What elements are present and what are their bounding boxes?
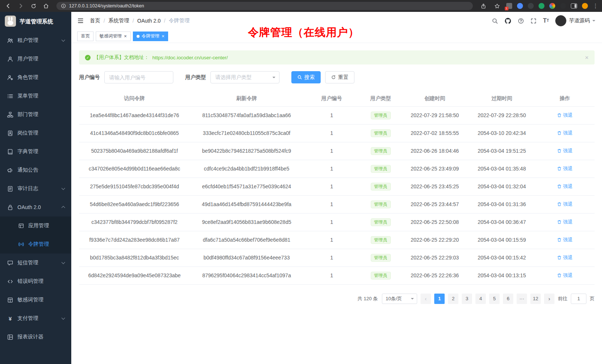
sidebar-item-dept[interactable]: 部门管理: [0, 105, 71, 124]
token-table: 访问令牌 刷新令牌 用户编号 用户类型 创建时间 过期时间 操作 1ea5e44…: [79, 91, 595, 285]
force-logout-button[interactable]: 强退: [557, 148, 573, 154]
reset-button[interactable]: 重置: [325, 71, 354, 83]
user-menu[interactable]: 芋道源码: [555, 15, 595, 26]
tab-home[interactable]: 首页: [77, 32, 94, 41]
github-icon[interactable]: [504, 17, 511, 24]
tab-token[interactable]: 令牌管理 ×: [133, 32, 169, 41]
table-row: b0d1785bc3a8482f812db4a3f3bd15ec b0df498…: [79, 249, 595, 267]
cell-access-token: c347026e805e4d99b0d116eae66eda8c: [79, 160, 190, 178]
cell-refresh-token: 811c530487574fa0af1a59d3abc1aa66: [190, 106, 304, 124]
bookmark-star-icon[interactable]: [493, 1, 501, 10]
page-button-6[interactable]: 6: [503, 294, 513, 304]
sidebar-item-report-designer[interactable]: 报表设计器: [0, 328, 71, 346]
sidebar-item-tenant[interactable]: 租户管理: [0, 31, 71, 50]
page-button-2[interactable]: 2: [448, 294, 458, 304]
table-row: c347026e805e4d99b0d116eae66eda8c cdfc4ce…: [79, 160, 595, 178]
forward-icon[interactable]: [16, 1, 25, 10]
menu-kebab-icon[interactable]: ⋮: [593, 3, 598, 9]
cell-action: 强退: [535, 178, 595, 195]
sidebar-item-oauth2-token[interactable]: 令牌管理: [0, 235, 71, 254]
cell-refresh-token: b0df4980ffd34c67a08f9156e4eee733: [190, 249, 304, 267]
cell-create-time: 2022-07-02 18:55:55: [401, 124, 468, 142]
sidebar-item-payment[interactable]: ¥ 支付管理: [0, 309, 71, 328]
page-button-4[interactable]: 4: [475, 294, 486, 304]
font-size-icon[interactable]: TT: [543, 18, 549, 24]
site-info-icon[interactable]: [61, 3, 66, 9]
close-alert-icon[interactable]: ×: [585, 54, 589, 61]
extension-icon-1[interactable]: 1: [506, 3, 512, 9]
address-bar[interactable]: 127.0.0.1:1024/system/oauth2/token: [56, 2, 473, 10]
close-tab-icon[interactable]: ×: [162, 34, 165, 39]
sidebar-item-error-code[interactable]: 错误码管理: [0, 272, 71, 291]
sidebar-item-post[interactable]: 岗位管理: [0, 124, 71, 142]
cell-create-time: 2022-06-25 22:29:20: [401, 231, 468, 249]
page-ellipsis-button[interactable]: ···: [517, 294, 527, 304]
home-icon[interactable]: [42, 1, 50, 10]
sidebar-item-role[interactable]: 角色管理: [0, 68, 71, 87]
extension-icon-2[interactable]: [517, 3, 523, 9]
share-icon[interactable]: [479, 1, 488, 10]
sidebar-item-user[interactable]: 用户管理: [0, 50, 71, 68]
sidebar-item-dict[interactable]: 字典管理: [0, 142, 71, 161]
goto-page-input[interactable]: [571, 294, 586, 304]
fullscreen-icon[interactable]: [530, 18, 537, 24]
extension-icon-3[interactable]: [528, 3, 534, 9]
force-logout-button[interactable]: 强退: [557, 201, 573, 208]
help-icon[interactable]: [518, 18, 524, 24]
force-logout-button[interactable]: 强退: [557, 219, 573, 225]
breadcrumb-oauth[interactable]: OAuth 2.0: [137, 18, 161, 24]
search-button[interactable]: 搜索: [291, 71, 321, 83]
navbar-actions: TT 芋道源码: [492, 15, 595, 26]
close-tab-icon[interactable]: ×: [124, 34, 127, 39]
sidebar-item-oauth2-app[interactable]: 应用管理: [0, 216, 71, 235]
force-logout-button[interactable]: 强退: [557, 254, 573, 261]
force-logout-button[interactable]: 强退: [557, 272, 573, 279]
next-page-button[interactable]: ›: [544, 294, 554, 304]
sidebar-item-sms[interactable]: 短信管理: [0, 254, 71, 272]
prev-page-button[interactable]: ‹: [421, 294, 431, 304]
extension-icon-5[interactable]: [549, 3, 555, 9]
page-button-12[interactable]: 12: [530, 294, 541, 304]
table-row: 502375b8040a469a9b82188afdf6af1f be90422…: [79, 142, 595, 160]
back-icon[interactable]: [4, 1, 13, 10]
token-broadcast-icon: [18, 241, 24, 248]
force-logout-button[interactable]: 强退: [557, 183, 573, 190]
cell-access-token: 54d6be82ee5a460a9aedc1f9bf223656: [79, 195, 190, 213]
profile-avatar[interactable]: [582, 3, 588, 9]
reload-icon[interactable]: [29, 1, 38, 10]
page-button-1[interactable]: 1: [434, 294, 445, 304]
cell-expire-time: 2054-03-04 01:35:48: [468, 160, 536, 178]
sidebar-item-oauth2[interactable]: OAuth 2.0: [0, 198, 71, 216]
sidebar: 芋道管理系统 租户管理 用户管理 角色管理 菜单: [0, 12, 71, 364]
cell-user-type: 管理员: [360, 142, 401, 160]
side-panel-icon[interactable]: [571, 3, 577, 9]
user-name: 芋道源码: [569, 17, 590, 24]
sidebar-item-sensitive-word[interactable]: 敏感词管理: [0, 291, 71, 309]
app-title: 芋道管理系统: [20, 18, 53, 25]
force-logout-button[interactable]: 强退: [557, 112, 573, 119]
user-type-select[interactable]: 请选择用户类型: [210, 71, 279, 83]
cell-user-id: 1: [303, 249, 360, 267]
page-button-5[interactable]: 5: [489, 294, 500, 304]
page-size-select[interactable]: 10条/页: [382, 294, 417, 304]
chrome-toolbar-right: 1 ⋮: [479, 1, 598, 10]
extension-icon-6[interactable]: [560, 3, 566, 9]
breadcrumb-home[interactable]: 首页: [90, 17, 100, 24]
force-logout-button[interactable]: 强退: [557, 130, 573, 136]
force-logout-button[interactable]: 强退: [557, 236, 573, 243]
cell-action: 强退: [535, 142, 595, 160]
search-icon[interactable]: [492, 18, 498, 24]
breadcrumb-system[interactable]: 系统管理: [108, 17, 129, 24]
sidebar-item-notice[interactable]: 通知公告: [0, 161, 71, 179]
page-button-3[interactable]: 3: [462, 294, 472, 304]
sidebar-item-audit-log[interactable]: 审计日志: [0, 179, 71, 198]
doc-link[interactable]: https://doc.iocoder.cn/user-center/: [153, 55, 228, 60]
app-logo[interactable]: 芋道管理系统: [0, 12, 71, 31]
sidebar-toggle-icon[interactable]: [77, 17, 84, 24]
tab-sensitive-word[interactable]: 敏感词管理 ×: [96, 32, 131, 41]
extension-icon-4[interactable]: [539, 3, 544, 9]
force-logout-button[interactable]: 强退: [557, 165, 573, 172]
logo-avatar-image: [5, 16, 16, 28]
user-id-input[interactable]: [104, 71, 173, 83]
sidebar-item-menu[interactable]: 菜单管理: [0, 87, 71, 105]
